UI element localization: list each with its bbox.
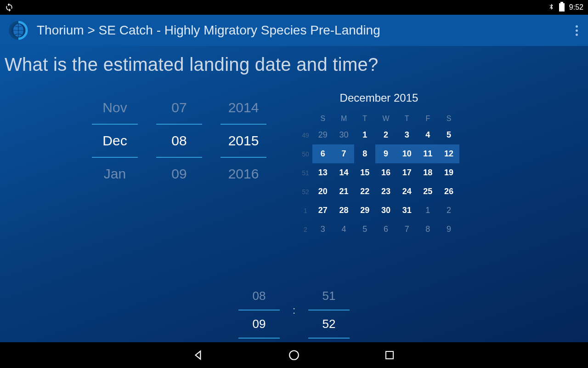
year-spinner[interactable]: 2014 2015 2016 <box>220 92 266 239</box>
day-prev[interactable]: 07 <box>156 92 202 124</box>
svg-rect-3 <box>386 351 393 359</box>
calendar-day[interactable]: 28 <box>334 201 355 220</box>
calendar-day[interactable]: 6 <box>312 144 334 163</box>
calendar-day[interactable]: 5 <box>438 126 459 144</box>
calendar-day[interactable]: 10 <box>396 144 418 163</box>
calendar-day[interactable]: 23 <box>375 182 396 201</box>
calendar-day[interactable]: 18 <box>418 163 439 182</box>
calendar-day[interactable]: 11 <box>418 144 439 163</box>
calendar-day[interactable]: 8 <box>418 220 439 239</box>
minute-prev[interactable]: 51 <box>308 282 350 310</box>
sync-icon <box>5 3 14 12</box>
calendar-grid[interactable]: SMTWTFS 49293012345506789101112511314151… <box>299 112 459 239</box>
calendar-day[interactable]: 30 <box>334 126 355 144</box>
app-action-bar: Thorium > SE Catch - Highly Migratory Sp… <box>0 15 588 46</box>
calendar-day[interactable]: 8 <box>354 144 375 163</box>
calendar-week-number: 51 <box>299 163 312 182</box>
hour-prev[interactable]: 08 <box>238 282 280 310</box>
calendar-title: December 2015 <box>299 92 459 104</box>
calendar-day[interactable]: 19 <box>438 163 459 182</box>
calendar-day[interactable]: 29 <box>312 126 334 144</box>
page-title: What is the estimated landing date and t… <box>5 54 583 75</box>
day-spinner[interactable]: 07 08 09 <box>156 92 202 239</box>
calendar[interactable]: December 2015 SMTWTFS 492930123455067891… <box>299 92 459 239</box>
status-clock: 9:52 <box>569 3 583 12</box>
minute-spinner[interactable]: 51 52 <box>308 282 350 339</box>
calendar-day[interactable]: 26 <box>438 182 459 201</box>
calendar-day[interactable]: 17 <box>396 163 418 182</box>
calendar-day[interactable]: 7 <box>334 144 355 163</box>
calendar-dow: S <box>438 112 459 126</box>
calendar-day[interactable]: 2 <box>375 126 396 144</box>
calendar-dow: F <box>418 112 439 126</box>
home-button[interactable] <box>288 349 300 362</box>
calendar-day[interactable]: 22 <box>354 182 375 201</box>
day-next[interactable]: 09 <box>156 158 202 190</box>
time-separator: : <box>293 305 295 316</box>
calendar-dow: T <box>396 112 418 126</box>
calendar-day[interactable]: 20 <box>312 182 334 201</box>
calendar-day[interactable]: 24 <box>396 182 418 201</box>
android-status-bar: 9:52 <box>0 0 588 15</box>
calendar-day[interactable]: 5 <box>354 220 375 239</box>
recent-apps-button[interactable] <box>383 349 396 362</box>
calendar-day[interactable]: 15 <box>354 163 375 182</box>
calendar-day[interactable]: 30 <box>375 201 396 220</box>
android-nav-bar <box>0 342 588 368</box>
calendar-day[interactable]: 25 <box>418 182 439 201</box>
bluetooth-icon <box>548 2 554 12</box>
month-current[interactable]: Dec <box>92 124 138 158</box>
calendar-day[interactable]: 4 <box>334 220 355 239</box>
calendar-day[interactable]: 1 <box>354 126 375 144</box>
calendar-week-number: 49 <box>299 126 312 144</box>
main-content: What is the estimated landing date and t… <box>0 46 588 342</box>
hour-spinner[interactable]: 08 09 <box>238 282 280 339</box>
calendar-week-number: 1 <box>299 201 312 220</box>
calendar-day[interactable]: 9 <box>375 144 396 163</box>
calendar-day[interactable]: 3 <box>396 126 418 144</box>
month-spinner[interactable]: Nov Dec Jan <box>92 92 138 239</box>
calendar-day[interactable]: 4 <box>418 126 439 144</box>
calendar-day[interactable]: 6 <box>375 220 396 239</box>
calendar-day[interactable]: 3 <box>312 220 334 239</box>
minute-current[interactable]: 52 <box>308 310 350 339</box>
calendar-day[interactable]: 12 <box>438 144 459 163</box>
calendar-dow: S <box>312 112 334 126</box>
month-next[interactable]: Jan <box>92 158 138 190</box>
calendar-day[interactable]: 13 <box>312 163 334 182</box>
calendar-day[interactable]: 9 <box>438 220 459 239</box>
calendar-day[interactable]: 27 <box>312 201 334 220</box>
month-prev[interactable]: Nov <box>92 92 138 124</box>
action-bar-title: Thorium > SE Catch - Highly Migratory Sp… <box>37 23 380 38</box>
app-logo-icon <box>6 18 30 42</box>
calendar-day[interactable]: 1 <box>418 201 439 220</box>
overflow-menu-button[interactable] <box>572 22 582 40</box>
calendar-week-number: 2 <box>299 220 312 239</box>
svg-point-2 <box>289 351 299 360</box>
calendar-day[interactable]: 21 <box>334 182 355 201</box>
calendar-day[interactable]: 7 <box>396 220 418 239</box>
year-next[interactable]: 2016 <box>220 158 266 190</box>
hour-current[interactable]: 09 <box>238 310 280 339</box>
calendar-day[interactable]: 2 <box>438 201 459 220</box>
calendar-dow: W <box>375 112 396 126</box>
date-spinner[interactable]: Nov Dec Jan 07 08 09 2014 2015 2016 <box>92 92 289 239</box>
back-button[interactable] <box>192 349 205 362</box>
time-spinner[interactable]: 08 09 : 51 52 <box>0 282 588 342</box>
calendar-day[interactable]: 29 <box>354 201 375 220</box>
day-current[interactable]: 08 <box>156 124 202 158</box>
calendar-dow: M <box>334 112 355 126</box>
calendar-week-number: 52 <box>299 182 312 201</box>
battery-icon <box>559 3 565 12</box>
year-current[interactable]: 2015 <box>220 124 266 158</box>
calendar-day[interactable]: 14 <box>334 163 355 182</box>
year-prev[interactable]: 2014 <box>220 92 266 124</box>
calendar-day[interactable]: 31 <box>396 201 418 220</box>
calendar-dow: T <box>354 112 375 126</box>
calendar-week-number: 50 <box>299 144 312 163</box>
calendar-day[interactable]: 16 <box>375 163 396 182</box>
